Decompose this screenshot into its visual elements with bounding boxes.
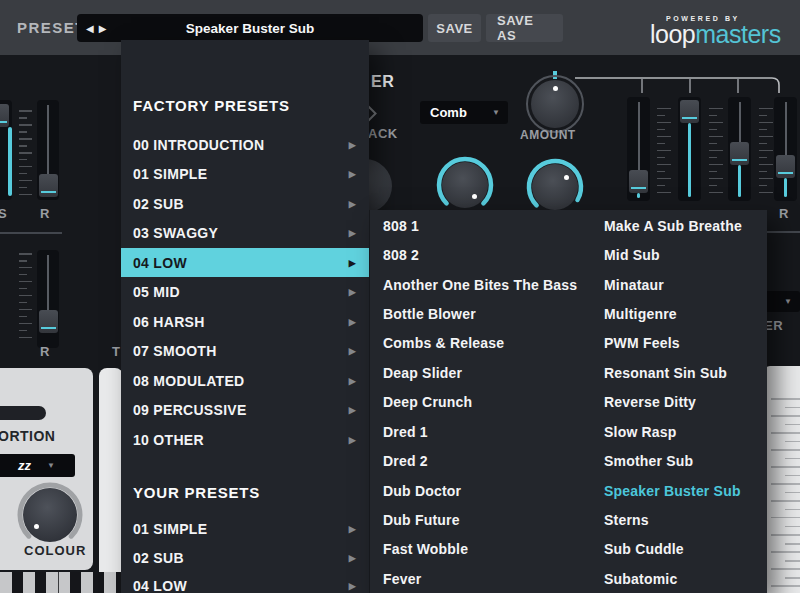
fader-handle[interactable]	[776, 155, 795, 178]
right-dropdown-partial[interactable]: ▼	[764, 291, 800, 312]
menu-item-02-sub[interactable]: 02 SUB▶	[121, 189, 369, 218]
menu-item-label: 02 SUB	[133, 550, 184, 566]
menu-item-08-modulated[interactable]: 08 MODULATED▶	[121, 366, 369, 395]
next-preset-button[interactable]: ▶	[99, 23, 107, 34]
menu-item-10-other[interactable]: 10 OTHER▶	[121, 425, 369, 454]
submenu-arrow-icon: ▶	[349, 287, 356, 297]
menu-item-user-01-simple[interactable]: 01 SIMPLE▶	[121, 514, 369, 543]
fader-scale-ticks	[19, 117, 27, 195]
preset-label: PRESET	[17, 19, 86, 36]
menu-item-label: 01 SIMPLE	[133, 521, 207, 537]
distortion-toggle[interactable]	[0, 406, 46, 420]
resonance-knob[interactable]	[532, 164, 578, 210]
menu-item-label: 04 LOW	[133, 578, 187, 593]
preset-option: Fast Wobble	[383, 541, 468, 557]
menu-item-07-smooth[interactable]: 07 SMOOTH▶	[121, 337, 369, 366]
submenu-item[interactable]: Dred 2	[383, 447, 428, 476]
distortion-type-dropdown[interactable]: zz ▼	[0, 454, 75, 477]
preset-option: Smother Sub	[604, 453, 693, 469]
black-key[interactable]	[35, 572, 46, 593]
filter-type-value: Comb	[428, 105, 467, 120]
submenu-item[interactable]: Sub Cuddle	[604, 535, 684, 564]
fader-scale-ticks	[19, 260, 27, 338]
menu-item-01-simple[interactable]: 01 SIMPLE▶	[121, 160, 369, 189]
colour-knob[interactable]	[23, 488, 77, 542]
menu-item-user-04-low[interactable]: 04 LOW▶	[121, 572, 369, 593]
fader-handle[interactable]	[730, 142, 749, 165]
submenu-arrow-icon: ▶	[349, 346, 356, 356]
submenu-item[interactable]: Multigenre	[604, 299, 677, 328]
fader-level	[784, 178, 788, 197]
menu-item-09-percussive[interactable]: 09 PERCUSSIVE▶	[121, 396, 369, 425]
colour-label: COLOUR	[24, 543, 86, 558]
submenu-arrow-icon: ▶	[349, 376, 356, 386]
submenu-item[interactable]: Resonant Sin Sub	[604, 358, 727, 387]
save-as-button[interactable]: SAVE AS	[486, 14, 563, 42]
submenu-item[interactable]: PWM Feels	[604, 329, 680, 358]
preset-option: Another One Bites The Bass	[383, 277, 577, 293]
submenu-item[interactable]: Combs & Release	[383, 329, 504, 358]
menu-item-06-harsh[interactable]: 06 HARSH▶	[121, 307, 369, 336]
factory-presets-header: FACTORY PRESETS	[133, 97, 290, 114]
black-key[interactable]	[12, 572, 23, 593]
submenu-item[interactable]: Dub Doctor	[383, 476, 461, 505]
submenu-arrow-icon: ▶	[349, 435, 356, 445]
current-preset-name: Speaker Buster Sub	[77, 21, 423, 36]
preset-option: Dub Future	[383, 512, 460, 528]
submenu-item[interactable]: Subatomic	[604, 564, 677, 593]
menu-item-label: 06 HARSH	[133, 314, 205, 330]
amount-label: AMOUNT	[520, 128, 576, 142]
submenu-item[interactable]: Sterns	[604, 506, 649, 535]
fader-handle[interactable]	[0, 104, 9, 127]
menu-item-05-mid[interactable]: 05 MID▶	[121, 278, 369, 307]
fader-bank-bracket	[575, 70, 800, 100]
menu-item-user-02-sub[interactable]: 02 SUB▶	[121, 543, 369, 572]
fader-rail	[47, 255, 49, 313]
submenu-item[interactable]: 808 2	[383, 241, 419, 270]
save-button[interactable]: SAVE	[428, 14, 481, 42]
submenu-item[interactable]: Another One Bites The Bass	[383, 270, 577, 299]
preset-option: Dub Doctor	[383, 483, 461, 499]
fader-handle[interactable]	[39, 310, 58, 333]
submenu-item[interactable]: Bottle Blower	[383, 299, 476, 328]
menu-item-label: 05 MID	[133, 284, 180, 300]
submenu-item[interactable]: Make A Sub Breathe	[604, 211, 742, 240]
preset-option: Minataur	[604, 277, 664, 293]
menu-item-04-low-selected[interactable]: 04 LOW▶	[121, 248, 369, 277]
submenu-item[interactable]: Mid Sub	[604, 241, 660, 270]
menu-item-label: 03 SWAGGY	[133, 225, 218, 241]
preset-option: 808 2	[383, 247, 419, 263]
filter-knob[interactable]	[442, 162, 488, 208]
preset-option: PWM Feels	[604, 335, 680, 351]
submenu-item[interactable]: Minataur	[604, 270, 664, 299]
attack-label-partial: ACK	[368, 126, 398, 141]
menu-item-03-swaggy[interactable]: 03 SWAGGY▶	[121, 219, 369, 248]
fader-handle[interactable]	[39, 174, 58, 197]
menu-item-label: 02 SUB	[133, 196, 184, 212]
submenu-item[interactable]: Dred 1	[383, 417, 428, 446]
prev-preset-button[interactable]: ◀	[86, 23, 94, 34]
submenu-item[interactable]: Deap Slider	[383, 358, 462, 387]
submenu-item[interactable]: Slow Rasp	[604, 417, 677, 446]
submenu-item[interactable]: Reverse Ditty	[604, 388, 696, 417]
black-key[interactable]	[70, 572, 81, 593]
submenu-item[interactable]: 808 1	[383, 211, 419, 240]
fader-handle[interactable]	[680, 100, 699, 123]
menu-item-00-introduction[interactable]: 00 INTRODUCTION▶	[121, 130, 369, 159]
submenu-item[interactable]: Fever	[383, 564, 421, 593]
submenu-item[interactable]: Deep Crunch	[383, 388, 472, 417]
submenu-item[interactable]: Smother Sub	[604, 447, 693, 476]
submenu-item[interactable]: Fast Wobble	[383, 535, 468, 564]
filter-type-dropdown[interactable]: Comb ▼	[420, 101, 508, 124]
preset-option: Resonant Sin Sub	[604, 365, 727, 381]
black-key[interactable]	[93, 572, 104, 593]
preset-option: Combs & Release	[383, 335, 504, 351]
submenu-item-selected[interactable]: Speaker Buster Sub	[604, 476, 741, 505]
preset-name-field[interactable]: ◀ ▶ Speaker Buster Sub	[77, 14, 423, 42]
piano-keyboard[interactable]	[0, 572, 121, 593]
fader-handle[interactable]	[629, 170, 648, 193]
submenu-arrow-icon: ▶	[349, 317, 356, 327]
logo-part-masters: masters	[695, 20, 780, 48]
section-divider	[0, 232, 62, 234]
submenu-item[interactable]: Dub Future	[383, 506, 460, 535]
